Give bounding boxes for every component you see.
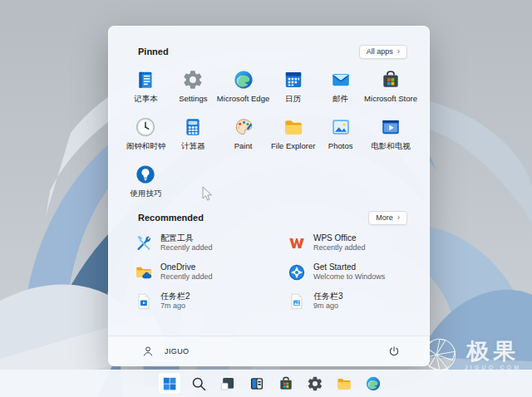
recommended-grid: 配置工具Recently addedWPS OfficeRecently add…: [135, 232, 413, 312]
pinned-app-label: 闹钟和时钟: [126, 141, 166, 152]
recommended-item-taskbar3[interactable]: 任务栏39m ago: [288, 290, 413, 312]
widgets-icon: [249, 375, 265, 392]
pinned-app-store[interactable]: Microsoft Store: [364, 67, 417, 109]
store-icon: [278, 375, 294, 392]
file-explorer-button[interactable]: [332, 372, 356, 395]
pinned-app-mail[interactable]: 邮件: [317, 67, 364, 109]
notepad-icon: [135, 69, 156, 91]
user-bar: JIGUO: [108, 336, 430, 366]
pinned-app-label: 计算器: [181, 141, 205, 152]
pinned-app-label: 日历: [285, 94, 301, 105]
pinned-app-label: 电影和电视: [371, 141, 411, 152]
recommended-item-subtitle: Recently added: [160, 243, 213, 252]
recommended-item-subtitle: Recently added: [160, 272, 213, 282]
recommended-item-title: Get Started: [313, 262, 385, 272]
power-button[interactable]: [385, 342, 403, 360]
folder-icon: [336, 375, 352, 392]
pinned-app-tips[interactable]: 使用技巧: [122, 162, 170, 203]
edge-icon: [233, 69, 254, 91]
image-file-icon: [288, 292, 306, 311]
chevron-right-icon: ›: [397, 48, 400, 55]
settings-button[interactable]: [303, 372, 327, 395]
settings-icon: [182, 69, 204, 91]
store-button[interactable]: [274, 372, 298, 395]
recommended-item-title: 任务栏3: [313, 292, 343, 301]
pinned-app-paint[interactable]: Paint: [217, 115, 269, 156]
taskbar: [0, 370, 532, 397]
folder-icon: [283, 116, 304, 138]
user-name[interactable]: JIGUO: [165, 347, 190, 355]
recommended-item-text: Get StartedWelcome to Windows: [313, 262, 385, 282]
more-button[interactable]: More ›: [368, 211, 407, 225]
mail-icon: [330, 69, 352, 91]
pinned-app-label: 记事本: [134, 94, 158, 105]
recommended-item-subtitle: Recently added: [313, 243, 366, 252]
recommended-item-title: WPS Office: [313, 233, 366, 243]
paint-icon: [233, 116, 254, 138]
pinned-app-settings[interactable]: Settings: [170, 67, 217, 109]
edge-icon: [365, 375, 382, 392]
widgets-button[interactable]: [245, 372, 268, 395]
pinned-app-label: Paint: [234, 141, 253, 150]
search-button[interactable]: [187, 372, 210, 395]
getstarted-icon: [288, 263, 306, 282]
recommended-item-get-started[interactable]: Get StartedWelcome to Windows: [288, 261, 413, 283]
recommended-item-text: WPS OfficeRecently added: [313, 233, 366, 252]
desktop: Pinned All apps › 记事本SettingsMicrosoft E…: [0, 0, 532, 397]
recommended-item-title: 配置工具: [160, 233, 213, 243]
mouse-cursor: [202, 186, 213, 202]
task-view-button[interactable]: [216, 372, 239, 395]
pinned-app-label: 邮件: [332, 94, 348, 105]
edge-button[interactable]: [362, 372, 385, 395]
settings-dark-icon: [307, 375, 323, 392]
recommended-heading: Recommended: [138, 213, 204, 223]
start-menu: Pinned All apps › 记事本SettingsMicrosoft E…: [108, 26, 430, 366]
recommended-item-subtitle: 7m ago: [160, 301, 190, 311]
recommended-item-subtitle: 9m ago: [313, 301, 343, 311]
photos-icon: [330, 116, 352, 138]
tools-icon: [135, 234, 153, 252]
pinned-app-movies-tv[interactable]: 电影和电视: [364, 115, 417, 156]
wps-icon: [288, 234, 306, 252]
pinned-apps-grid: 记事本SettingsMicrosoft Edge日历邮件Microsoft S…: [122, 67, 417, 203]
recommended-item-subtitle: Welcome to Windows: [313, 272, 385, 282]
search-icon: [190, 375, 207, 392]
windows-start-icon: [161, 375, 178, 392]
tips-icon: [135, 164, 156, 185]
recommended-item-title: OneDrive: [160, 262, 213, 272]
all-apps-label: All apps: [367, 47, 393, 56]
start-button[interactable]: [158, 372, 181, 395]
recommended-item-onedrive[interactable]: OneDriveRecently added: [135, 261, 288, 283]
pinned-app-label: Microsoft Store: [364, 94, 417, 103]
pinned-app-label: Photos: [328, 141, 353, 150]
more-label: More: [376, 213, 393, 222]
recommended-item-text: 配置工具Recently added: [160, 233, 213, 252]
pinned-app-file-explorer[interactable]: File Explorer: [269, 115, 317, 156]
recommended-item-taskbar2[interactable]: 任务栏27m ago: [135, 290, 288, 312]
pinned-app-label: 使用技巧: [130, 189, 161, 199]
all-apps-button[interactable]: All apps ›: [359, 45, 407, 59]
pinned-app-calculator[interactable]: 计算器: [170, 115, 217, 156]
clock-icon: [135, 116, 156, 138]
video-file-icon: [135, 292, 153, 311]
movies-icon: [380, 116, 401, 138]
recommended-item-config-tools[interactable]: 配置工具Recently added: [135, 232, 288, 254]
pinned-app-label: Settings: [179, 94, 207, 103]
recommended-item-text: 任务栏39m ago: [313, 292, 343, 311]
pinned-app-label: Microsoft Edge: [217, 94, 269, 103]
calculator-icon: [182, 116, 204, 138]
pinned-app-notepad[interactable]: 记事本: [122, 67, 170, 109]
pinned-app-photos[interactable]: Photos: [317, 115, 364, 156]
store-icon: [380, 69, 401, 91]
calendar-icon: [283, 69, 304, 91]
pinned-app-alarms-clock[interactable]: 闹钟和时钟: [122, 115, 170, 156]
recommended-item-wps-office[interactable]: WPS OfficeRecently added: [288, 232, 413, 254]
chevron-right-icon: ›: [397, 214, 400, 221]
pinned-app-edge[interactable]: Microsoft Edge: [217, 67, 269, 109]
recommended-item-text: OneDriveRecently added: [160, 262, 213, 282]
user-avatar-icon[interactable]: [141, 345, 155, 358]
onedrive-icon: [135, 263, 153, 282]
pinned-app-label: File Explorer: [271, 141, 315, 150]
pinned-app-calendar[interactable]: 日历: [269, 67, 317, 109]
recommended-item-text: 任务栏27m ago: [160, 292, 190, 311]
